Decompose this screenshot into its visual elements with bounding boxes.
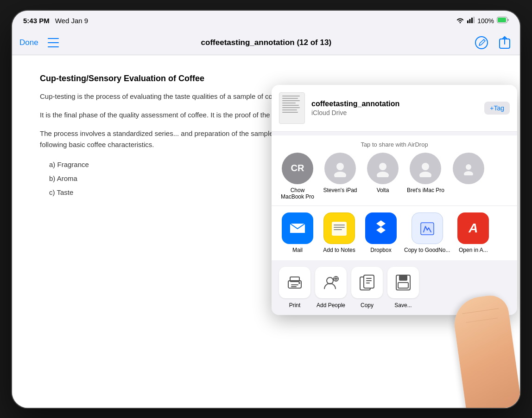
svg-rect-1 bbox=[469, 19, 471, 23]
app-notes[interactable]: Add to Notes bbox=[321, 212, 358, 253]
contact-name-stevens: Steven's iPad bbox=[323, 187, 357, 193]
svg-rect-37 bbox=[398, 283, 408, 288]
goodnotes-icon bbox=[412, 212, 443, 244]
contact-name-brets: Bret's iMac Pro bbox=[407, 187, 444, 193]
print-label: Print bbox=[289, 302, 301, 309]
signal-icon bbox=[467, 17, 475, 25]
nav-bar: Done coffeetasting_annotation (12 of 13) bbox=[12, 31, 520, 55]
save-label: Save... bbox=[394, 302, 412, 309]
mail-icon bbox=[282, 212, 313, 244]
svg-rect-25 bbox=[291, 284, 298, 285]
svg-rect-31 bbox=[364, 275, 374, 288]
action-save[interactable]: Save... bbox=[387, 267, 419, 309]
svg-rect-36 bbox=[399, 275, 407, 281]
svg-point-13 bbox=[419, 172, 431, 177]
svg-rect-26 bbox=[291, 286, 297, 287]
airdrop-section: Tap to share with AirDrop CR ChowMacBook… bbox=[272, 135, 517, 206]
svg-rect-17 bbox=[332, 222, 347, 236]
status-right: 100% bbox=[456, 17, 509, 25]
svg-point-28 bbox=[327, 277, 333, 284]
svg-point-27 bbox=[298, 282, 300, 284]
svg-rect-20 bbox=[334, 229, 342, 230]
svg-rect-33 bbox=[366, 280, 372, 281]
nav-left: Done bbox=[19, 38, 59, 47]
contact-avatar-brets bbox=[410, 153, 441, 184]
share-button[interactable] bbox=[497, 35, 513, 51]
svg-rect-0 bbox=[467, 20, 469, 23]
status-time: 5:43 PM bbox=[23, 17, 50, 25]
contact-brets-imac[interactable]: Bret's iMac Pro bbox=[407, 153, 444, 200]
file-thumbnail bbox=[279, 92, 305, 124]
contact-volta[interactable]: Volta bbox=[364, 153, 401, 200]
copy-label: Copy bbox=[361, 302, 374, 309]
status-bar: 5:43 PM Wed Jan 9 bbox=[12, 11, 520, 31]
done-button[interactable]: Done bbox=[19, 38, 38, 47]
svg-point-14 bbox=[466, 164, 471, 170]
share-file-header: coffeetasting_annotation iCloud Drive +T… bbox=[272, 85, 517, 132]
svg-rect-34 bbox=[366, 283, 370, 283]
list-icon-button[interactable] bbox=[48, 38, 59, 47]
app-goodnotes[interactable]: Copy to GoodNo... bbox=[404, 212, 450, 253]
app-icons-row: Mail Add to Notes bbox=[272, 206, 517, 260]
tag-button[interactable]: +Tag bbox=[484, 102, 510, 115]
goodnotes-label: Copy to GoodNo... bbox=[404, 247, 450, 253]
action-add-people[interactable]: Add People bbox=[315, 267, 347, 309]
svg-rect-21 bbox=[421, 223, 434, 235]
save-button[interactable] bbox=[387, 267, 419, 298]
add-people-button[interactable] bbox=[315, 267, 347, 298]
svg-point-12 bbox=[422, 163, 429, 170]
svg-rect-32 bbox=[366, 278, 372, 279]
annotate-button[interactable] bbox=[474, 35, 489, 51]
device-screen: 5:43 PM Wed Jan 9 bbox=[12, 11, 520, 408]
svg-point-15 bbox=[464, 171, 473, 175]
action-copy[interactable]: Copy bbox=[351, 267, 383, 309]
notes-label: Add to Notes bbox=[323, 247, 355, 253]
contact-avatar-volta bbox=[367, 153, 399, 184]
app-dropbox[interactable]: Dropbox bbox=[362, 212, 399, 253]
battery-percent: 100% bbox=[477, 17, 494, 25]
notes-icon bbox=[323, 212, 355, 244]
contact-stevens-ipad[interactable]: Steven's iPad bbox=[322, 153, 359, 200]
contact-avatar-chow: CR bbox=[282, 153, 313, 184]
app-mail[interactable]: Mail bbox=[279, 212, 316, 253]
share-sheet: coffeetasting_annotation iCloud Drive +T… bbox=[272, 85, 517, 315]
svg-point-6 bbox=[475, 37, 488, 49]
file-name: coffeetasting_annotation bbox=[311, 100, 478, 108]
svg-rect-3 bbox=[474, 17, 475, 23]
acrobat-icon: A bbox=[457, 212, 489, 244]
contact-name-chow: ChowMacBook Pro bbox=[281, 187, 314, 200]
device-frame: 5:43 PM Wed Jan 9 bbox=[11, 10, 521, 409]
svg-rect-5 bbox=[498, 18, 506, 22]
contact-more[interactable] bbox=[450, 153, 487, 200]
print-button[interactable] bbox=[279, 267, 310, 298]
svg-rect-18 bbox=[334, 225, 345, 225]
add-people-label: Add People bbox=[317, 302, 345, 309]
contact-avatar-stevens bbox=[324, 153, 356, 184]
action-row: Print Add People bbox=[272, 260, 517, 315]
file-location: iCloud Drive bbox=[311, 109, 478, 116]
dropbox-label: Dropbox bbox=[370, 247, 391, 253]
contact-name-volta: Volta bbox=[377, 187, 389, 193]
battery-icon bbox=[497, 17, 509, 25]
mail-label: Mail bbox=[292, 247, 303, 253]
acrobat-label: Open in A... bbox=[459, 247, 488, 253]
wifi-icon bbox=[456, 17, 464, 25]
doc-heading: Cup-testing/Sensory Evaluation of Coffee bbox=[40, 74, 492, 84]
svg-point-11 bbox=[377, 172, 389, 177]
nav-title: coffeetasting_annotation (12 of 13) bbox=[201, 38, 331, 47]
airdrop-contacts: CR ChowMacBook Pro Steven's iPad bbox=[279, 153, 510, 206]
svg-rect-2 bbox=[471, 18, 473, 23]
file-info: coffeetasting_annotation iCloud Drive bbox=[311, 100, 478, 116]
svg-point-9 bbox=[334, 172, 346, 177]
copy-button[interactable] bbox=[351, 267, 383, 298]
app-acrobat[interactable]: A Open in A... bbox=[455, 212, 492, 253]
nav-right bbox=[474, 35, 513, 51]
dropbox-icon bbox=[365, 212, 397, 244]
status-date: Wed Jan 9 bbox=[55, 17, 88, 25]
contact-chow[interactable]: CR ChowMacBook Pro bbox=[279, 153, 316, 200]
svg-point-8 bbox=[336, 163, 344, 170]
svg-point-10 bbox=[379, 163, 386, 170]
contact-avatar-more bbox=[453, 153, 484, 184]
airdrop-label: Tap to share with AirDrop bbox=[279, 141, 510, 148]
action-print[interactable]: Print bbox=[279, 267, 310, 309]
